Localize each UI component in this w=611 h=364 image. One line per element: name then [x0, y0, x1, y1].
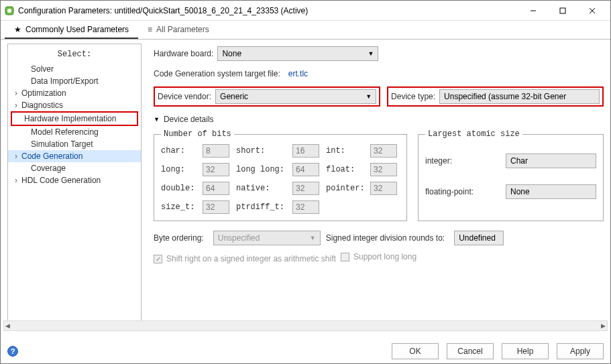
- tab-label: All Parameters: [156, 25, 209, 34]
- support-longlong-checkbox: Support long long: [341, 252, 416, 261]
- cg-target-link[interactable]: ert.tlc: [288, 69, 308, 78]
- sidebar: Select: Solver Data Import/Export ›Optim…: [7, 44, 142, 322]
- cancel-button[interactable]: Cancel: [447, 343, 494, 359]
- help-button[interactable]: Help: [502, 343, 549, 359]
- sidebar-item-optimization[interactable]: ›Optimization: [8, 87, 141, 99]
- horizontal-scrollbar[interactable]: ◀ ▶: [3, 320, 608, 331]
- tab-bar: ★ Commonly Used Parameters ≡ All Paramet…: [1, 21, 610, 40]
- device-type-label: Device type:: [391, 92, 435, 101]
- content-panel: Hardware board: None▼ Code Generation sy…: [142, 40, 610, 322]
- sidebar-item-model-ref[interactable]: Model Referencing: [8, 126, 141, 138]
- chevron-right-icon[interactable]: ›: [15, 88, 21, 98]
- apply-button[interactable]: Apply: [557, 343, 604, 359]
- chevron-right-icon[interactable]: ›: [15, 101, 21, 110]
- minimize-button[interactable]: [523, 3, 543, 18]
- sidebar-item-dataio[interactable]: Data Import/Export: [8, 75, 141, 87]
- rounds-label: Signed integer division rounds to:: [326, 233, 445, 243]
- main-area: Select: Solver Data Import/Export ›Optim…: [1, 40, 610, 322]
- cg-target-label: Code Generation system target file:: [154, 69, 280, 78]
- chevron-down-icon: ▼: [310, 235, 316, 241]
- sidebar-title: Select:: [8, 48, 141, 63]
- number-of-bits-group: Number of bits char:8 short:16 int:32 lo…: [154, 129, 407, 221]
- group-legend: Largest atomic size: [425, 129, 522, 139]
- svg-rect-3: [560, 8, 565, 13]
- close-button[interactable]: [582, 3, 602, 18]
- chevron-right-icon[interactable]: ›: [15, 176, 21, 185]
- tab-all[interactable]: ≡ All Parameters: [138, 21, 219, 39]
- bits-char-field: 8: [203, 144, 229, 158]
- window-title: Configuration Parameters: untitled/Quick…: [18, 6, 523, 15]
- atomic-size-group: Largest atomic size integer: Char floati…: [418, 129, 604, 221]
- device-vendor-dropdown[interactable]: Generic▼: [215, 89, 376, 104]
- bits-long-field: 32: [203, 163, 229, 176]
- hw-board-dropdown[interactable]: None▼: [217, 46, 378, 61]
- tab-label: Commonly Used Parameters: [25, 25, 129, 34]
- rounds-dropdown[interactable]: Undefined: [454, 231, 504, 245]
- scroll-left-icon[interactable]: ◀: [5, 322, 10, 329]
- device-type-dropdown[interactable]: Unspecified (assume 32-bit Gener: [439, 89, 600, 104]
- window-controls: [523, 3, 606, 18]
- chevron-down-icon: ▼: [366, 93, 372, 100]
- chevron-down-icon: ▼: [154, 116, 160, 123]
- sidebar-item-coverage[interactable]: Coverage: [8, 162, 141, 174]
- ok-button[interactable]: OK: [392, 343, 439, 359]
- chevron-right-icon[interactable]: ›: [15, 151, 21, 161]
- sidebar-item-hardware-impl[interactable]: Hardware Implementation: [15, 113, 134, 125]
- footer: ? OK Cancel Help Apply: [1, 343, 610, 359]
- star-icon: ★: [14, 25, 21, 34]
- sidebar-item-code-gen[interactable]: ›Code Generation: [8, 150, 141, 162]
- checkbox-checked-icon: ✓: [154, 255, 162, 263]
- bits-short-field: 16: [292, 144, 319, 158]
- hw-board-label: Hardware board:: [154, 49, 213, 58]
- maximize-button[interactable]: [553, 3, 573, 18]
- byte-ordering-dropdown: Unspecified▼: [213, 231, 321, 245]
- atomic-integer-dropdown[interactable]: Char: [506, 154, 596, 168]
- group-legend: Number of bits: [161, 129, 234, 139]
- bits-native-field: 32: [292, 182, 319, 195]
- device-details-toggle[interactable]: ▼ Device details: [154, 115, 604, 124]
- bits-ptrdiff-field: 32: [292, 200, 319, 214]
- chevron-down-icon: ▼: [368, 50, 374, 57]
- bits-int-field: 32: [370, 144, 397, 158]
- app-icon: [5, 6, 14, 15]
- tab-common[interactable]: ★ Commonly Used Parameters: [5, 21, 138, 39]
- checkbox-unchecked-icon: [341, 253, 349, 261]
- svg-point-1: [7, 9, 11, 13]
- shift-right-checkbox: ✓ Shift right on a signed integer as ari…: [154, 254, 336, 263]
- highlight-box: Device type: Unspecified (assume 32-bit …: [387, 86, 604, 107]
- bits-pointer-field: 32: [370, 182, 397, 195]
- sidebar-item-diagnostics[interactable]: ›Diagnostics: [8, 99, 141, 111]
- byte-ordering-label: Byte ordering:: [154, 233, 204, 243]
- sidebar-item-hdl[interactable]: ›HDL Code Generation: [8, 174, 141, 186]
- bits-float-field: 32: [370, 163, 397, 176]
- sidebar-item-sim-target[interactable]: Simulation Target: [8, 138, 141, 150]
- atomic-float-dropdown[interactable]: None: [506, 184, 596, 199]
- help-icon[interactable]: ?: [7, 346, 18, 357]
- device-vendor-label: Device vendor:: [158, 92, 211, 101]
- bits-sizet-field: 32: [203, 200, 229, 214]
- bits-longlong-field: 64: [292, 163, 319, 176]
- bits-double-field: 64: [203, 182, 229, 195]
- list-icon: ≡: [148, 25, 152, 34]
- highlight-box: Hardware Implementation: [11, 111, 138, 126]
- sidebar-item-solver[interactable]: Solver: [8, 63, 141, 75]
- scroll-right-icon[interactable]: ▶: [601, 322, 606, 329]
- highlight-box: Device vendor: Generic▼: [154, 86, 380, 107]
- titlebar: Configuration Parameters: untitled/Quick…: [1, 1, 610, 21]
